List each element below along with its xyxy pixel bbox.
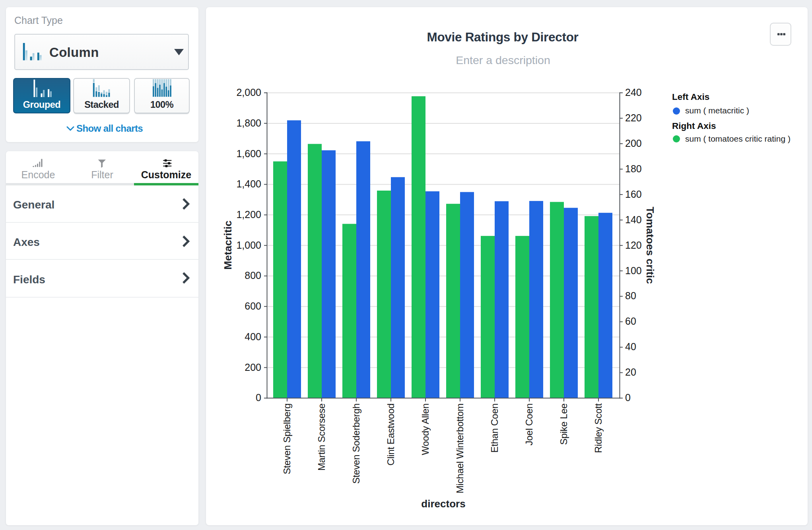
svg-text:directors: directors (421, 498, 465, 510)
svg-text:180: 180 (625, 163, 642, 174)
svg-text:140: 140 (625, 214, 642, 225)
svg-text:160: 160 (625, 189, 642, 200)
svg-text:0: 0 (625, 392, 631, 403)
svg-text:240: 240 (625, 87, 642, 98)
svg-text:100: 100 (625, 265, 642, 276)
svg-text:Michael Winterbottom: Michael Winterbottom (455, 403, 465, 493)
svg-text:Ethan Coen: Ethan Coen (489, 403, 500, 453)
svg-text:600: 600 (245, 300, 261, 312)
svg-text:Right Axis: Right Axis (672, 121, 716, 131)
svg-text:Martin Scorsese: Martin Scorsese (316, 403, 327, 471)
svg-text:80: 80 (625, 290, 636, 301)
svg-text:Enter a description: Enter a description (456, 54, 550, 66)
svg-text:Steven Soderbergh: Steven Soderbergh (351, 403, 361, 484)
svg-text:200: 200 (245, 362, 261, 373)
svg-text:Woody Allen: Woody Allen (420, 403, 431, 455)
svg-text:1,600: 1,600 (236, 148, 261, 159)
svg-text:Spike Lee: Spike Lee (558, 403, 569, 445)
svg-text:60: 60 (625, 316, 636, 327)
svg-text:400: 400 (245, 331, 261, 342)
svg-text:Steven Spielberg: Steven Spielberg (282, 403, 292, 474)
svg-text:Metacritic: Metacritic (222, 220, 234, 270)
svg-text:1,800: 1,800 (236, 117, 261, 129)
svg-text:0: 0 (256, 392, 261, 403)
svg-text:120: 120 (625, 240, 642, 251)
svg-text:Clint Eastwood: Clint Eastwood (385, 403, 396, 466)
svg-text:1,000: 1,000 (236, 240, 261, 251)
svg-text:1,200: 1,200 (236, 209, 261, 220)
svg-text:Tomatoes critic: Tomatoes critic (644, 207, 656, 284)
svg-text:40: 40 (625, 341, 636, 352)
svg-text:Left Axis: Left Axis (672, 92, 709, 102)
svg-text:1,400: 1,400 (236, 178, 261, 189)
svg-text:sum ( tomatoes critic rating ): sum ( tomatoes critic rating ) (685, 134, 791, 143)
svg-text:2,000: 2,000 (236, 87, 261, 98)
svg-text:220: 220 (625, 112, 642, 123)
svg-text:200: 200 (625, 138, 642, 149)
svg-text:Joel Coen: Joel Coen (524, 403, 534, 445)
svg-text:800: 800 (245, 270, 261, 281)
svg-text:20: 20 (625, 366, 636, 378)
svg-text:Movie Ratings by Director: Movie Ratings by Director (427, 30, 578, 44)
svg-text:Ridley Scott: Ridley Scott (593, 403, 604, 453)
svg-text:sum ( metacritic ): sum ( metacritic ) (685, 106, 749, 115)
